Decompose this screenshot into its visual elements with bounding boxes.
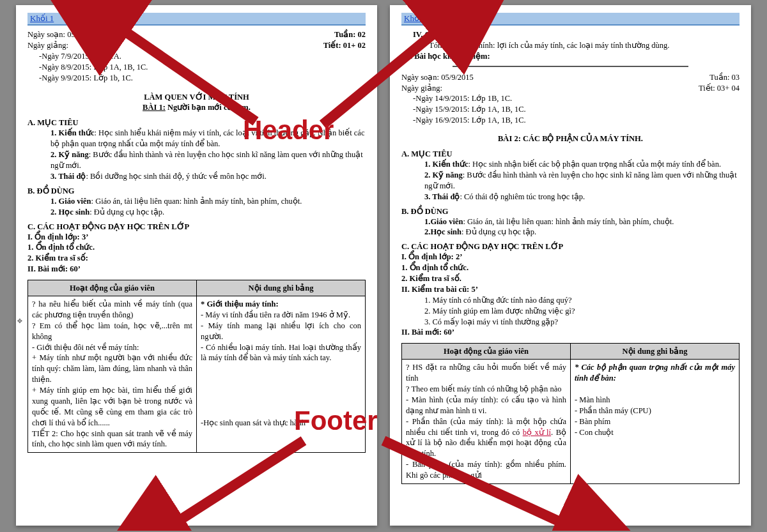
section-C-2: C. CÁC HOẠT ĐỘNG DẠY HỌC TRÊN LỚP [401, 241, 740, 252]
C-I-2: I. Ổn định lớp: 2’ [401, 252, 740, 262]
day2-1: -Ngày 14/9/2015: Lớp 1B, 1C. [401, 93, 740, 104]
td-teacher-2: ? HS đặt ra những câu hỏi muốn biết về m… [402, 360, 571, 484]
section-A-2: A. MỤC TIÊU [401, 149, 740, 159]
period-label-2: Tiết: 03+ 04 [699, 83, 740, 94]
page-header-2[interactable]: Khối 1 [401, 13, 740, 26]
page-header-1[interactable]: Khối 1 [27, 13, 366, 26]
section-divider [453, 66, 688, 67]
activity-table-1: Hoạt động của giáo viên Nội dung ghi bản… [27, 280, 366, 453]
A2: 2. Kỹ năng: Bước đầu hình thành và rèn l… [27, 149, 366, 171]
B2-2: 2.Học sinh: Đủ dụng cụ học tập. [401, 227, 740, 238]
week-label-2: Tuần: 03 [709, 72, 740, 83]
teach-date: Ngày giảng: [27, 40, 68, 51]
teach-date-2: Ngày giảng: [401, 83, 442, 94]
th-board: Nội dung ghi bảng [197, 280, 366, 296]
q2: 2. Máy tính giúp em làm được những việc … [401, 306, 740, 317]
day-3: -Ngày 9/9/2015: Lớp 1b, 1C. [27, 73, 366, 84]
VI: VI. Bài học kinh nghiệm: [401, 51, 740, 62]
section-B-2: B. ĐỒ DÙNG [401, 206, 740, 217]
B1: 1. Giáo viên: Giáo án, tài liệu liên qua… [27, 196, 366, 207]
A1-2: 1. Kiến thức: Học sinh nhận biết các bộ … [401, 159, 740, 170]
page-2: Khối 1 IV. Củng cố: 5’ - Tóm tắt lại ý c… [390, 5, 751, 526]
page-1: ✥ Khối 1 Ngày soạn: 05/9/2015 Tuần: 02 N… [16, 5, 377, 526]
lesson-title-2: BÀI 2: CÁC BỘ PHẬN CỦA MÁY TÍNH. [401, 133, 740, 144]
IV: IV. Củng cố: 5’ [401, 29, 740, 40]
C-2: 2. Kiểm tra sĩ số: [27, 253, 366, 264]
th-board-2: Nội dung ghi bảng [571, 344, 740, 360]
C-I: I. Ổn định lớp: 3’ [27, 232, 366, 243]
lesson-group-title: LÀM QUEN VỚI MÁY TÍNH [27, 92, 366, 102]
week-label: Tuần: 02 [334, 29, 366, 40]
A3: 3. Thái độ: Bồi dưỡng học sinh thái độ, … [27, 171, 366, 182]
C-2-2: 2. Kiểm tra sĩ số. [401, 273, 740, 284]
A3-2: 3. Thái độ: Có thái độ nghiêm túc trong … [401, 192, 740, 202]
B2: 2. Học sinh: Đủ dụng cụ học tập. [27, 207, 366, 218]
C-1-2: 1. Ổn định tổ chức. [401, 262, 740, 273]
q3: 3. Có mấy loại máy vi tính thường gặp? [401, 317, 740, 328]
header-text-link[interactable]: Khối 1 [30, 13, 54, 24]
C-1: 1. Ổn định tổ chức. [27, 242, 366, 253]
td-board-2: * Các bộ phận quan trọng nhất của một má… [571, 360, 740, 484]
B1-2: 1.Giáo viên: Giáo án, tài liệu liên quan… [401, 217, 740, 227]
q1: 1. Máy tính có những đức tính nào đáng q… [401, 295, 740, 306]
day2-2: -Ngày 15/9/2015: Lớp 1A, 1B, 1C. [401, 104, 740, 115]
section-A: A. MỤC TIÊU [27, 118, 366, 128]
td-teacher: ? ha nêu hiểu biết của mình về máy tính … [28, 296, 197, 453]
red-term-link[interactable]: bộ xử lí [523, 428, 551, 437]
table-anchor-icon: ✥ [17, 315, 22, 326]
th-teacher-2: Hoạt động của giáo viên [402, 344, 571, 360]
day-1: -Ngày 7/9/2015: Lớp 1A. [27, 51, 366, 62]
C-II-2: II. Kiểm tra bài cũ: 5’ [401, 284, 740, 295]
day2-3: -Ngày 16/9/2015: Lớp 1A, 1B, 1C. [401, 115, 740, 126]
document-two-page-view: ✥ Khối 1 Ngày soạn: 05/9/2015 Tuần: 02 N… [0, 0, 767, 531]
activity-table-2: Hoạt động của giáo viên Nội dung ghi bản… [401, 343, 740, 484]
th-teacher: Hoạt động của giáo viên [28, 280, 197, 296]
section-C: C. CÁC HOẠT ĐỘNG DẠY HỌC TRÊN LỚP [27, 222, 366, 232]
period-label: Tiết: 01+ 02 [323, 40, 366, 51]
date-compose: Ngày soạn: 05/9/2015 [27, 29, 100, 40]
lesson-title: BÀI 1: Người bạn mới của em. [27, 102, 366, 112]
td-board: * Giới thiệu máy tính: - Máy vi tính đầu… [197, 296, 366, 453]
header-text-link-2[interactable]: Khối 1 [404, 13, 428, 24]
IV-line: - Tóm tắt lại ý chính: lợi ích của máy t… [401, 40, 740, 51]
day-2: -Ngày 8/9/2015: Lớp 1A, 1B, 1C. [27, 62, 366, 73]
section-B: B. ĐỒ DÙNG [27, 186, 366, 196]
C-III-2: II. Bài mới: 60’ [401, 327, 740, 338]
A1: 1. Kiến thức: Học sinh hiểu khái niệm má… [27, 128, 366, 149]
date-compose-2: Ngày soạn: 05/9/2015 [401, 72, 474, 83]
C-II: II. Bài mới: 60’ [27, 264, 366, 275]
A2-2: 2. Kỹ năng: Bước đầu hình thành và rèn l… [401, 170, 740, 192]
